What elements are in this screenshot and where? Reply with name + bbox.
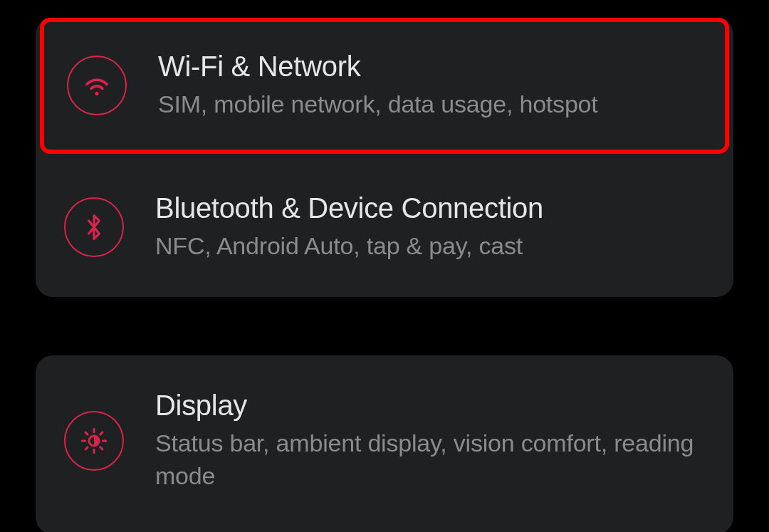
wifi-network-title: Wi-Fi & Network <box>158 51 702 83</box>
svg-line-5 <box>85 432 88 434</box>
settings-item-bluetooth[interactable]: Bluetooth & Device Connection NFC, Andro… <box>36 158 733 297</box>
bluetooth-content: Bluetooth & Device Connection NFC, Andro… <box>155 192 705 263</box>
settings-item-display[interactable]: Display Status bar, ambient display, vis… <box>36 355 733 527</box>
wifi-network-subtitle: SIM, mobile network, data usage, hotspot <box>158 88 702 121</box>
bluetooth-icon-circle <box>64 197 124 257</box>
settings-card-network: Wi-Fi & Network SIM, mobile network, dat… <box>36 18 733 297</box>
wifi-network-content: Wi-Fi & Network SIM, mobile network, dat… <box>158 51 702 121</box>
svg-line-8 <box>100 432 103 434</box>
bluetooth-icon <box>83 213 105 241</box>
brightness-icon-circle <box>64 411 124 471</box>
display-content: Display Status bar, ambient display, vis… <box>155 390 705 493</box>
svg-line-6 <box>100 447 103 449</box>
wifi-icon-circle <box>67 56 127 115</box>
display-subtitle: Status bar, ambient display, vision comf… <box>155 427 705 493</box>
bluetooth-subtitle: NFC, Android Auto, tap & pay, cast <box>155 230 705 263</box>
settings-item-wifi-network[interactable]: Wi-Fi & Network SIM, mobile network, dat… <box>40 18 729 154</box>
display-title: Display <box>155 390 705 422</box>
brightness-icon <box>80 427 108 455</box>
svg-line-7 <box>85 447 88 449</box>
settings-card-display: Display Status bar, ambient display, vis… <box>36 355 733 532</box>
bluetooth-title: Bluetooth & Device Connection <box>155 192 705 224</box>
wifi-icon <box>82 71 112 100</box>
